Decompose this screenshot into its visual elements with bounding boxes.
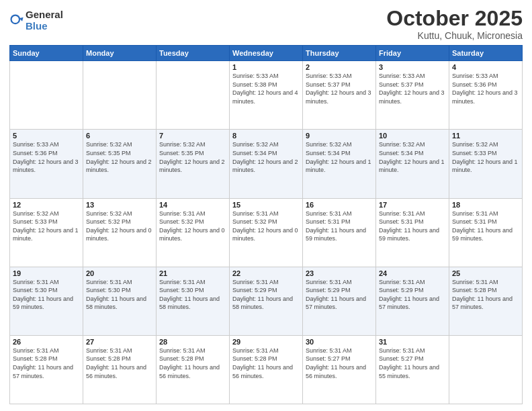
calendar-cell: 16Sunrise: 5:31 AM Sunset: 5:31 PM Dayli…	[303, 198, 376, 267]
calendar-cell: 5Sunrise: 5:33 AM Sunset: 5:36 PM Daylig…	[10, 130, 83, 198]
day-info: Sunrise: 5:32 AM Sunset: 5:34 PM Dayligh…	[232, 140, 300, 174]
day-info: Sunrise: 5:31 AM Sunset: 5:32 PM Dayligh…	[232, 210, 300, 243]
day-number: 3	[379, 63, 446, 71]
weekday-header-tuesday: Tuesday	[157, 46, 230, 61]
day-number: 21	[159, 269, 226, 277]
day-number: 5	[13, 132, 80, 140]
day-number: 17	[379, 201, 446, 209]
calendar-cell: 30Sunrise: 5:31 AM Sunset: 5:27 PM Dayli…	[303, 335, 376, 404]
weekday-header-row: SundayMondayTuesdayWednesdayThursdayFrid…	[10, 46, 523, 61]
day-info: Sunrise: 5:33 AM Sunset: 5:37 PM Dayligh…	[306, 72, 373, 105]
page: General Blue October 2025 Kuttu, Chuuk, …	[0, 0, 532, 411]
calendar-cell: 19Sunrise: 5:31 AM Sunset: 5:30 PM Dayli…	[10, 267, 83, 335]
day-info: Sunrise: 5:32 AM Sunset: 5:33 PM Dayligh…	[452, 140, 519, 174]
day-number: 6	[86, 132, 153, 140]
logo: General Blue	[9, 9, 63, 32]
day-info: Sunrise: 5:31 AM Sunset: 5:30 PM Dayligh…	[13, 278, 80, 312]
day-number: 28	[159, 338, 226, 346]
day-number: 15	[232, 201, 300, 209]
day-number: 9	[306, 132, 373, 140]
calendar-cell: 11Sunrise: 5:32 AM Sunset: 5:33 PM Dayli…	[449, 130, 523, 198]
day-number: 4	[452, 63, 519, 71]
calendar-cell: 3Sunrise: 5:33 AM Sunset: 5:37 PM Daylig…	[376, 61, 449, 130]
calendar-week-row: 12Sunrise: 5:32 AM Sunset: 5:33 PM Dayli…	[10, 198, 523, 267]
weekday-header-friday: Friday	[376, 46, 449, 61]
logo-text: General Blue	[26, 9, 63, 32]
day-number: 20	[86, 269, 153, 277]
calendar-cell: 24Sunrise: 5:31 AM Sunset: 5:29 PM Dayli…	[376, 267, 449, 335]
day-number: 10	[379, 132, 446, 140]
calendar-cell	[10, 61, 83, 130]
calendar-week-row: 1Sunrise: 5:33 AM Sunset: 5:38 PM Daylig…	[10, 61, 523, 130]
month-title: October 2025	[386, 7, 523, 30]
day-info: Sunrise: 5:31 AM Sunset: 5:30 PM Dayligh…	[159, 278, 226, 312]
day-number: 26	[13, 338, 80, 346]
calendar-cell: 10Sunrise: 5:32 AM Sunset: 5:34 PM Dayli…	[376, 130, 449, 198]
day-info: Sunrise: 5:31 AM Sunset: 5:29 PM Dayligh…	[379, 278, 446, 312]
day-number: 18	[452, 201, 519, 209]
calendar-cell	[449, 335, 523, 404]
day-number: 22	[232, 269, 300, 277]
calendar-cell: 13Sunrise: 5:32 AM Sunset: 5:32 PM Dayli…	[83, 198, 157, 267]
day-info: Sunrise: 5:33 AM Sunset: 5:36 PM Dayligh…	[13, 140, 80, 174]
day-info: Sunrise: 5:32 AM Sunset: 5:35 PM Dayligh…	[86, 140, 153, 174]
calendar-cell: 17Sunrise: 5:31 AM Sunset: 5:31 PM Dayli…	[376, 198, 449, 267]
day-info: Sunrise: 5:31 AM Sunset: 5:27 PM Dayligh…	[306, 347, 373, 380]
day-number: 16	[306, 201, 373, 209]
calendar-cell: 25Sunrise: 5:31 AM Sunset: 5:28 PM Dayli…	[449, 267, 523, 335]
day-info: Sunrise: 5:33 AM Sunset: 5:37 PM Dayligh…	[379, 72, 446, 105]
day-info: Sunrise: 5:32 AM Sunset: 5:35 PM Dayligh…	[159, 140, 226, 174]
calendar-cell: 15Sunrise: 5:31 AM Sunset: 5:32 PM Dayli…	[230, 198, 303, 267]
calendar-week-row: 19Sunrise: 5:31 AM Sunset: 5:30 PM Dayli…	[10, 267, 523, 335]
logo-general: General	[26, 9, 63, 21]
day-info: Sunrise: 5:33 AM Sunset: 5:38 PM Dayligh…	[232, 72, 300, 105]
day-info: Sunrise: 5:31 AM Sunset: 5:28 PM Dayligh…	[86, 347, 153, 380]
day-info: Sunrise: 5:31 AM Sunset: 5:28 PM Dayligh…	[452, 278, 519, 312]
day-info: Sunrise: 5:31 AM Sunset: 5:29 PM Dayligh…	[306, 278, 373, 312]
day-info: Sunrise: 5:31 AM Sunset: 5:31 PM Dayligh…	[379, 210, 446, 243]
day-number: 30	[306, 338, 373, 346]
day-info: Sunrise: 5:31 AM Sunset: 5:28 PM Dayligh…	[159, 347, 226, 380]
calendar-cell: 27Sunrise: 5:31 AM Sunset: 5:28 PM Dayli…	[83, 335, 157, 404]
calendar-table: SundayMondayTuesdayWednesdayThursdayFrid…	[9, 45, 523, 404]
calendar-cell: 18Sunrise: 5:31 AM Sunset: 5:31 PM Dayli…	[449, 198, 523, 267]
calendar-week-row: 26Sunrise: 5:31 AM Sunset: 5:28 PM Dayli…	[10, 335, 523, 404]
day-number: 11	[452, 132, 519, 140]
day-info: Sunrise: 5:31 AM Sunset: 5:32 PM Dayligh…	[159, 210, 226, 243]
day-info: Sunrise: 5:31 AM Sunset: 5:29 PM Dayligh…	[232, 278, 300, 312]
day-number: 27	[86, 338, 153, 346]
calendar-cell: 1Sunrise: 5:33 AM Sunset: 5:38 PM Daylig…	[230, 61, 303, 130]
calendar-cell: 6Sunrise: 5:32 AM Sunset: 5:35 PM Daylig…	[83, 130, 157, 198]
day-number: 12	[13, 201, 80, 209]
logo-blue: Blue	[26, 21, 63, 32]
weekday-header-wednesday: Wednesday	[230, 46, 303, 61]
calendar-cell	[83, 61, 157, 130]
day-info: Sunrise: 5:31 AM Sunset: 5:28 PM Dayligh…	[232, 347, 300, 380]
header: General Blue October 2025 Kuttu, Chuuk, …	[9, 7, 523, 41]
day-info: Sunrise: 5:31 AM Sunset: 5:31 PM Dayligh…	[452, 210, 519, 243]
calendar-cell: 4Sunrise: 5:33 AM Sunset: 5:36 PM Daylig…	[449, 61, 523, 130]
day-number: 8	[232, 132, 300, 140]
day-info: Sunrise: 5:33 AM Sunset: 5:36 PM Dayligh…	[452, 72, 519, 105]
calendar-cell: 2Sunrise: 5:33 AM Sunset: 5:37 PM Daylig…	[303, 61, 376, 130]
weekday-header-saturday: Saturday	[449, 46, 523, 61]
calendar-cell: 29Sunrise: 5:31 AM Sunset: 5:28 PM Dayli…	[230, 335, 303, 404]
day-number: 19	[13, 269, 80, 277]
calendar-cell: 22Sunrise: 5:31 AM Sunset: 5:29 PM Dayli…	[230, 267, 303, 335]
day-info: Sunrise: 5:32 AM Sunset: 5:32 PM Dayligh…	[86, 210, 153, 243]
day-info: Sunrise: 5:32 AM Sunset: 5:34 PM Dayligh…	[306, 140, 373, 174]
calendar-cell: 12Sunrise: 5:32 AM Sunset: 5:33 PM Dayli…	[10, 198, 83, 267]
day-number: 7	[159, 132, 226, 140]
day-number: 25	[452, 269, 519, 277]
day-number: 29	[232, 338, 300, 346]
calendar-cell: 26Sunrise: 5:31 AM Sunset: 5:28 PM Dayli…	[10, 335, 83, 404]
calendar-cell: 21Sunrise: 5:31 AM Sunset: 5:30 PM Dayli…	[157, 267, 230, 335]
calendar-cell	[157, 61, 230, 130]
day-info: Sunrise: 5:32 AM Sunset: 5:34 PM Dayligh…	[379, 140, 446, 174]
day-number: 13	[86, 201, 153, 209]
svg-point-2	[12, 15, 19, 22]
calendar-cell: 14Sunrise: 5:31 AM Sunset: 5:32 PM Dayli…	[157, 198, 230, 267]
calendar-cell: 28Sunrise: 5:31 AM Sunset: 5:28 PM Dayli…	[157, 335, 230, 404]
logo-icon	[9, 13, 24, 28]
calendar-week-row: 5Sunrise: 5:33 AM Sunset: 5:36 PM Daylig…	[10, 130, 523, 198]
